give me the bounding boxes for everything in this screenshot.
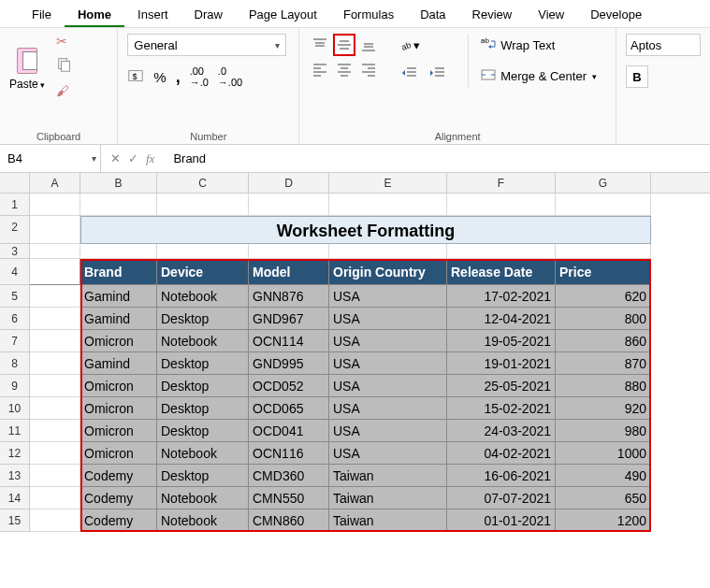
name-box[interactable]: B4 (0, 145, 101, 172)
cell[interactable] (30, 352, 80, 375)
worksheet-grid[interactable]: A B C D E F G 1 2Worksheet Formatting 3 … (0, 173, 710, 532)
header-model[interactable]: Model (249, 259, 329, 285)
cell[interactable] (80, 244, 157, 259)
col-header-c[interactable]: C (157, 173, 249, 193)
cell[interactable] (329, 244, 447, 259)
bold-button[interactable]: B (626, 65, 648, 88)
cell[interactable] (30, 397, 80, 420)
menu-insert[interactable]: Insert (124, 4, 181, 27)
cell[interactable] (30, 487, 80, 509)
cell[interactable]: Notebook (157, 442, 249, 465)
row-header[interactable]: 15 (0, 509, 30, 532)
cell[interactable]: Codemy (80, 487, 157, 509)
row-header[interactable]: 14 (0, 487, 30, 509)
number-format-select[interactable]: General (127, 34, 286, 56)
cell[interactable]: Gamind (80, 352, 157, 375)
cell[interactable]: GND995 (249, 352, 329, 375)
cell[interactable] (30, 259, 80, 285)
align-left-icon[interactable] (309, 58, 331, 80)
cell[interactable]: 19-05-2021 (447, 330, 556, 352)
row-header[interactable]: 10 (0, 397, 30, 420)
cell[interactable]: USA (329, 308, 447, 330)
cell[interactable] (30, 442, 80, 465)
cell[interactable]: 650 (556, 487, 651, 509)
cell[interactable] (30, 330, 80, 352)
formula-input[interactable]: Brand (164, 151, 206, 165)
cell[interactable] (157, 194, 249, 216)
merge-center-button[interactable]: Merge & Center ▾ (476, 65, 601, 88)
cell[interactable]: 920 (556, 397, 651, 420)
row-header[interactable]: 8 (0, 352, 30, 375)
cell[interactable]: USA (329, 352, 447, 375)
align-bottom-icon[interactable] (357, 34, 380, 56)
cell[interactable] (249, 244, 329, 259)
row-header[interactable]: 9 (0, 375, 30, 397)
enter-formula-icon[interactable]: ✓ (128, 151, 138, 166)
menu-view[interactable]: View (525, 4, 577, 27)
cell[interactable]: Gamind (80, 285, 157, 308)
orientation-icon[interactable]: ab▾ (398, 34, 421, 56)
cell[interactable] (30, 465, 80, 487)
cell[interactable]: 800 (556, 308, 651, 330)
cell[interactable]: USA (329, 330, 447, 352)
header-brand[interactable]: Brand (80, 259, 157, 285)
cell[interactable]: 24-03-2021 (447, 420, 556, 442)
menu-developer[interactable]: Develope (577, 4, 655, 27)
cell[interactable]: 980 (556, 420, 651, 442)
cell[interactable] (249, 194, 329, 216)
cell[interactable]: Omicron (80, 442, 157, 465)
cell[interactable]: USA (329, 442, 447, 465)
cell[interactable]: Omicron (80, 330, 157, 352)
cell[interactable]: 490 (556, 465, 651, 487)
cell[interactable]: GNN876 (249, 285, 329, 308)
cell[interactable]: CMD360 (249, 465, 329, 487)
cell[interactable]: 07-07-2021 (447, 487, 556, 509)
copy-icon[interactable] (56, 56, 73, 76)
cell[interactable]: USA (329, 375, 447, 397)
cell[interactable] (30, 420, 80, 442)
cell[interactable] (447, 194, 556, 216)
cell[interactable] (30, 375, 80, 397)
menu-draw[interactable]: Draw (181, 4, 236, 27)
cell[interactable]: 19-01-2021 (447, 352, 556, 375)
cell[interactable]: 12-04-2021 (447, 308, 556, 330)
col-header-f[interactable]: F (447, 173, 556, 193)
cell[interactable] (30, 216, 80, 244)
header-release[interactable]: Release Date (447, 259, 556, 285)
row-header[interactable]: 12 (0, 442, 30, 465)
cell[interactable] (556, 244, 651, 259)
cell[interactable]: 04-02-2021 (447, 442, 556, 465)
cancel-formula-icon[interactable]: ✕ (110, 151, 121, 166)
cell[interactable] (157, 244, 249, 259)
cell[interactable]: 25-05-2021 (447, 375, 556, 397)
row-header[interactable]: 6 (0, 308, 30, 330)
cell[interactable]: OCD041 (249, 420, 329, 442)
cell[interactable]: Codemy (80, 509, 157, 532)
cell[interactable] (30, 308, 80, 330)
cell[interactable]: USA (329, 420, 447, 442)
cell[interactable]: 880 (556, 375, 651, 397)
cell[interactable]: Taiwan (329, 487, 447, 509)
header-device[interactable]: Device (157, 259, 249, 285)
cell[interactable]: USA (329, 285, 447, 308)
cell[interactable]: Desktop (157, 375, 249, 397)
cell[interactable]: 15-02-2021 (447, 397, 556, 420)
select-all-corner[interactable] (0, 173, 30, 193)
format-painter-icon[interactable]: 🖌 (56, 83, 73, 98)
align-middle-icon[interactable] (333, 34, 355, 56)
cell[interactable]: 17-02-2021 (447, 285, 556, 308)
comma-format-icon[interactable]: , (176, 67, 181, 87)
cell[interactable]: 620 (556, 285, 651, 308)
cell[interactable]: CMN860 (249, 509, 329, 532)
cell[interactable]: Desktop (157, 397, 249, 420)
cell[interactable]: 870 (556, 352, 651, 375)
cell[interactable]: Notebook (157, 285, 249, 308)
cell[interactable]: USA (329, 397, 447, 420)
cell[interactable]: Notebook (157, 330, 249, 352)
menu-formulas[interactable]: Formulas (330, 4, 407, 27)
cell[interactable]: Taiwan (329, 509, 447, 532)
align-right-icon[interactable] (357, 58, 380, 80)
col-header-e[interactable]: E (329, 173, 447, 193)
cell[interactable] (30, 194, 80, 216)
cell[interactable] (80, 194, 157, 216)
